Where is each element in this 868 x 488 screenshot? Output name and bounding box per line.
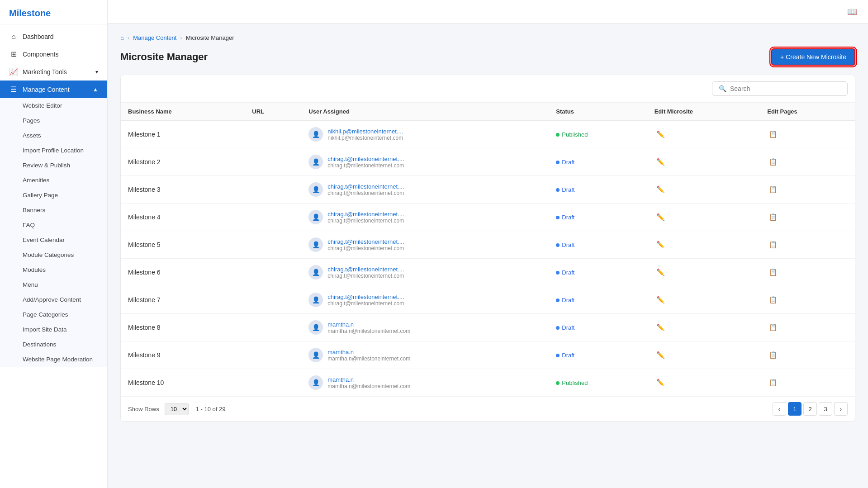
edit-microsite-icon[interactable]: ✏️ bbox=[655, 128, 667, 140]
sidebar-subitem-website-editor[interactable]: Website Editor bbox=[0, 98, 107, 113]
sidebar-item-label: Components bbox=[23, 51, 58, 58]
cell-edit-microsite: ✏️ bbox=[647, 176, 760, 204]
sidebar-subitem-event-calendar[interactable]: Event Calendar bbox=[0, 232, 107, 247]
sidebar-subitem-review-publish[interactable]: Review & Publish bbox=[0, 158, 107, 173]
cell-user-assigned: 👤 mamtha.n mamtha.n@milestoneinternet.co… bbox=[301, 314, 549, 341]
status-badge: Draft bbox=[556, 186, 574, 193]
sidebar-item-marketing-tools[interactable]: 📈 Marketing Tools ▾ bbox=[0, 63, 107, 81]
sidebar-subitem-faq[interactable]: FAQ bbox=[0, 218, 107, 232]
status-badge: Draft bbox=[556, 159, 574, 166]
dashboard-icon: ⌂ bbox=[9, 33, 18, 41]
cell-status: Draft bbox=[549, 204, 647, 231]
cell-status: Draft bbox=[549, 286, 647, 314]
next-page-button[interactable]: › bbox=[834, 402, 848, 416]
col-edit-pages: Edit Pages bbox=[760, 103, 855, 121]
status-dot bbox=[556, 381, 560, 385]
edit-microsite-icon[interactable]: ✏️ bbox=[655, 266, 667, 278]
cell-edit-microsite: ✏️ bbox=[647, 369, 760, 397]
cell-user-assigned: 👤 mamtha.n mamtha.n@milestoneinternet.co… bbox=[301, 369, 549, 397]
topbar-book-icon[interactable]: 📖 bbox=[847, 7, 857, 17]
cell-business-name: Milestone 9 bbox=[121, 341, 245, 369]
cell-url bbox=[245, 121, 301, 148]
cell-user-assigned: 👤 nikhil.p@milestoneinternet.... nikhil.… bbox=[301, 121, 549, 148]
cell-url bbox=[245, 231, 301, 259]
table-row: Milestone 10 👤 mamtha.n mamtha.n@milesto… bbox=[121, 369, 855, 397]
user-email-primary: mamtha.n bbox=[327, 376, 410, 383]
create-microsite-button[interactable]: + Create New Microsite bbox=[771, 48, 855, 66]
breadcrumb-home[interactable]: ⌂ bbox=[120, 34, 124, 41]
edit-pages-icon[interactable]: 📋 bbox=[767, 239, 779, 250]
cell-status: Draft bbox=[549, 231, 647, 259]
avatar: 👤 bbox=[308, 155, 323, 169]
page-2-button[interactable]: 2 bbox=[803, 402, 817, 416]
user-email-primary: chirag.t@milestoneinternet.... bbox=[327, 183, 404, 190]
edit-microsite-icon[interactable]: ✏️ bbox=[655, 184, 667, 195]
breadcrumb-manage-content[interactable]: Manage Content bbox=[133, 34, 176, 41]
cell-status: Draft bbox=[549, 314, 647, 341]
table-row: Milestone 9 👤 mamtha.n mamtha.n@mileston… bbox=[121, 341, 855, 369]
sidebar-item-manage-content[interactable]: ☰ Manage Content ▲ bbox=[0, 81, 107, 98]
sidebar-subitem-import-profile-location[interactable]: Import Profile Location bbox=[0, 143, 107, 158]
avatar: 👤 bbox=[308, 127, 323, 142]
table-toolbar: 🔍 bbox=[121, 75, 855, 103]
cell-url bbox=[245, 148, 301, 176]
avatar: 👤 bbox=[308, 265, 323, 280]
cell-edit-pages: 📋 bbox=[760, 314, 855, 341]
user-email-secondary: chirag.t@milestoneinternet.com bbox=[327, 218, 404, 224]
cell-status: Published bbox=[549, 369, 647, 397]
edit-microsite-icon[interactable]: ✏️ bbox=[655, 239, 667, 250]
col-edit-microsite: Edit Microsite bbox=[647, 103, 760, 121]
user-email-secondary: chirag.t@milestoneinternet.com bbox=[327, 162, 404, 169]
edit-pages-icon[interactable]: 📋 bbox=[767, 377, 779, 388]
sidebar-item-dashboard[interactable]: ⌂ Dashboard bbox=[0, 28, 107, 45]
prev-page-button[interactable]: ‹ bbox=[773, 402, 786, 416]
user-email-primary: chirag.t@milestoneinternet.... bbox=[327, 238, 404, 245]
edit-pages-icon[interactable]: 📋 bbox=[767, 294, 779, 305]
edit-pages-icon[interactable]: 📋 bbox=[767, 266, 779, 278]
edit-microsite-icon[interactable]: ✏️ bbox=[655, 322, 667, 333]
sidebar-subitem-website-page-moderation[interactable]: Website Page Moderation bbox=[0, 352, 107, 367]
sidebar-subitem-menu[interactable]: Menu bbox=[0, 277, 107, 292]
edit-pages-icon[interactable]: 📋 bbox=[767, 211, 779, 223]
user-email-secondary: mamtha.n@milestoneinternet.com bbox=[327, 383, 410, 389]
sidebar-subitem-import-site-data[interactable]: Import Site Data bbox=[0, 322, 107, 337]
marketing-tools-icon: 📈 bbox=[9, 67, 18, 76]
status-dot bbox=[556, 271, 560, 275]
breadcrumb: ⌂ › Manage Content › Microsite Manager bbox=[120, 34, 855, 41]
sidebar-subitem-banners[interactable]: Banners bbox=[0, 203, 107, 218]
edit-microsite-icon[interactable]: ✏️ bbox=[655, 156, 667, 167]
table-body: Milestone 1 👤 nikhil.p@milestoneinternet… bbox=[121, 121, 855, 397]
sidebar-subitem-modules[interactable]: Modules bbox=[0, 262, 107, 277]
avatar: 👤 bbox=[308, 320, 323, 335]
sidebar-item-components[interactable]: ⊞ Components bbox=[0, 45, 107, 63]
cell-edit-pages: 📋 bbox=[760, 176, 855, 204]
cell-business-name: Milestone 6 bbox=[121, 259, 245, 286]
cell-business-name: Milestone 4 bbox=[121, 204, 245, 231]
edit-pages-icon[interactable]: 📋 bbox=[767, 322, 779, 333]
avatar: 👤 bbox=[308, 293, 323, 307]
edit-pages-icon[interactable]: 📋 bbox=[767, 156, 779, 167]
show-rows-label: Show Rows bbox=[128, 406, 159, 412]
sidebar-subitem-gallery-page[interactable]: Gallery Page bbox=[0, 188, 107, 203]
search-input[interactable] bbox=[730, 85, 841, 92]
edit-microsite-icon[interactable]: ✏️ bbox=[655, 211, 667, 223]
cell-user-assigned: 👤 chirag.t@milestoneinternet.... chirag.… bbox=[301, 176, 549, 204]
edit-microsite-icon[interactable]: ✏️ bbox=[655, 377, 667, 388]
sidebar-subitem-module-categories[interactable]: Module Categories bbox=[0, 247, 107, 262]
rows-per-page-select[interactable]: 10 25 50 bbox=[165, 403, 189, 415]
edit-microsite-icon[interactable]: ✏️ bbox=[655, 349, 667, 360]
page-1-button[interactable]: 1 bbox=[788, 402, 802, 416]
sidebar-subitem-destinations[interactable]: Destinations bbox=[0, 337, 107, 352]
sidebar-subitem-page-categories[interactable]: Page Categories bbox=[0, 307, 107, 322]
edit-pages-icon[interactable]: 📋 bbox=[767, 128, 779, 140]
sidebar-subitem-amenities[interactable]: Amenities bbox=[0, 173, 107, 188]
sidebar-subitem-add-approve-content[interactable]: Add/Approve Content bbox=[0, 292, 107, 307]
sidebar-subitem-pages[interactable]: Pages bbox=[0, 113, 107, 128]
edit-microsite-icon[interactable]: ✏️ bbox=[655, 294, 667, 305]
edit-pages-icon[interactable]: 📋 bbox=[767, 184, 779, 195]
sidebar-subitem-assets[interactable]: Assets bbox=[0, 128, 107, 143]
edit-pages-icon[interactable]: 📋 bbox=[767, 349, 779, 360]
status-badge: Draft bbox=[556, 324, 574, 331]
sidebar-item-label: Manage Content bbox=[23, 86, 70, 93]
page-3-button[interactable]: 3 bbox=[819, 402, 832, 416]
